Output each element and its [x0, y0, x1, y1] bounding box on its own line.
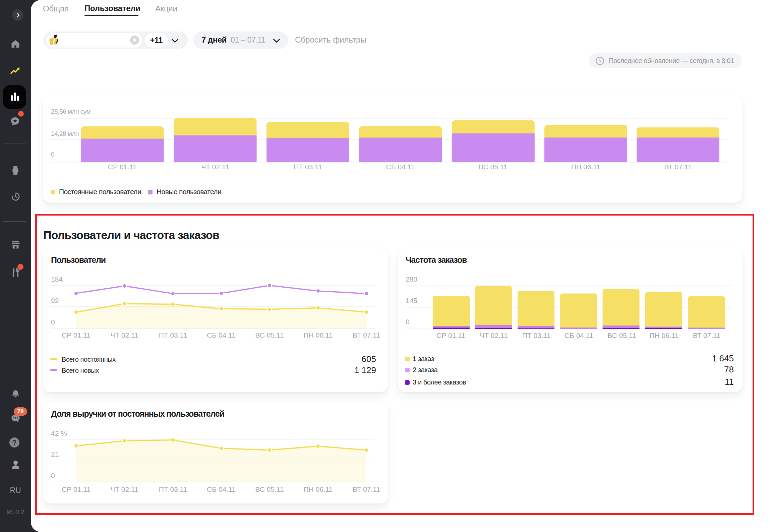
- svg-text:ВТ 07.11: ВТ 07.11: [353, 331, 380, 339]
- svg-text:0: 0: [406, 318, 410, 326]
- svg-text:ВТ 07.11: ВТ 07.11: [693, 332, 720, 339]
- svg-text:ВТ 07.11: ВТ 07.11: [353, 485, 380, 493]
- svg-text:0: 0: [51, 151, 54, 158]
- svg-text:28,56 млн сум: 28,56 млн сум: [51, 108, 91, 115]
- svg-text:1 129: 1 129: [354, 365, 376, 375]
- svg-text:ЧТ 02.11: ЧТ 02.11: [201, 163, 229, 171]
- svg-text:ПН 06.11: ПН 06.11: [649, 332, 678, 339]
- svg-text:ПТ 03.11: ПТ 03.11: [159, 331, 187, 339]
- svg-text:Пользователи: Пользователи: [51, 255, 106, 264]
- svg-text:СБ 04.11: СБ 04.11: [386, 163, 415, 171]
- svg-text:1 заказ: 1 заказ: [413, 355, 434, 362]
- svg-text:ВС 05.11: ВС 05.11: [607, 332, 636, 339]
- svg-text:Доля выручки от постоянных пол: Доля выручки от постоянных пользователей: [51, 409, 224, 418]
- svg-text:3 и более заказов: 3 и более заказов: [413, 378, 466, 386]
- svg-text:ЧТ 02.11: ЧТ 02.11: [480, 332, 508, 339]
- svg-text:ЧТ 02.11: ЧТ 02.11: [110, 485, 138, 493]
- svg-text:ЧТ 02.11: ЧТ 02.11: [110, 331, 138, 339]
- svg-text:1 645: 1 645: [712, 353, 734, 363]
- svg-text:СБ 04.11: СБ 04.11: [207, 331, 236, 339]
- svg-text:Постоянные пользователи: Постоянные пользователи: [59, 188, 141, 195]
- svg-text:ВС 05.11: ВС 05.11: [255, 331, 284, 339]
- svg-text:21: 21: [51, 450, 59, 458]
- svg-text:СБ 04.11: СБ 04.11: [565, 332, 593, 339]
- svg-text:184: 184: [51, 275, 63, 283]
- svg-text:ПТ 03.11: ПТ 03.11: [159, 485, 187, 493]
- svg-text:0: 0: [51, 318, 55, 326]
- svg-text:ВС 05.11: ВС 05.11: [255, 485, 284, 493]
- svg-text:14,28 млн: 14,28 млн: [51, 130, 79, 137]
- svg-text:145: 145: [406, 297, 417, 304]
- svg-text:ПТ 03.11: ПТ 03.11: [294, 163, 322, 171]
- svg-text:СР 01.11: СР 01.11: [62, 331, 91, 339]
- svg-text:78: 78: [724, 364, 734, 374]
- svg-text:ПТ 03.11: ПТ 03.11: [522, 332, 551, 339]
- svg-text:Новые пользователи: Новые пользователи: [157, 188, 221, 195]
- svg-text:ВС 05.11: ВС 05.11: [479, 163, 507, 171]
- svg-text:СБ 04.11: СБ 04.11: [207, 485, 236, 493]
- svg-text:2 заказа: 2 заказа: [413, 366, 438, 373]
- svg-text:ПН 06.11: ПН 06.11: [303, 485, 333, 493]
- svg-text:0: 0: [51, 472, 55, 479]
- svg-text:ВТ 07.11: ВТ 07.11: [664, 163, 692, 171]
- svg-text:42 %: 42 %: [51, 429, 67, 437]
- svg-text:СР 01.11: СР 01.11: [108, 163, 137, 171]
- svg-text:11: 11: [725, 377, 734, 387]
- svg-text:605: 605: [362, 354, 376, 364]
- svg-text:Всего новых: Всего новых: [62, 367, 99, 374]
- svg-text:СР 01.11: СР 01.11: [62, 485, 91, 493]
- svg-text:92: 92: [51, 297, 59, 304]
- svg-text:290: 290: [406, 275, 417, 283]
- svg-text:ПН 06.11: ПН 06.11: [571, 163, 600, 171]
- svg-text:Частота заказов: Частота заказов: [406, 255, 467, 264]
- svg-text:СР 01.11: СР 01.11: [436, 332, 465, 339]
- svg-text:ПН 06.11: ПН 06.11: [303, 331, 333, 339]
- svg-text:Всего постоянных: Всего постоянных: [62, 356, 116, 363]
